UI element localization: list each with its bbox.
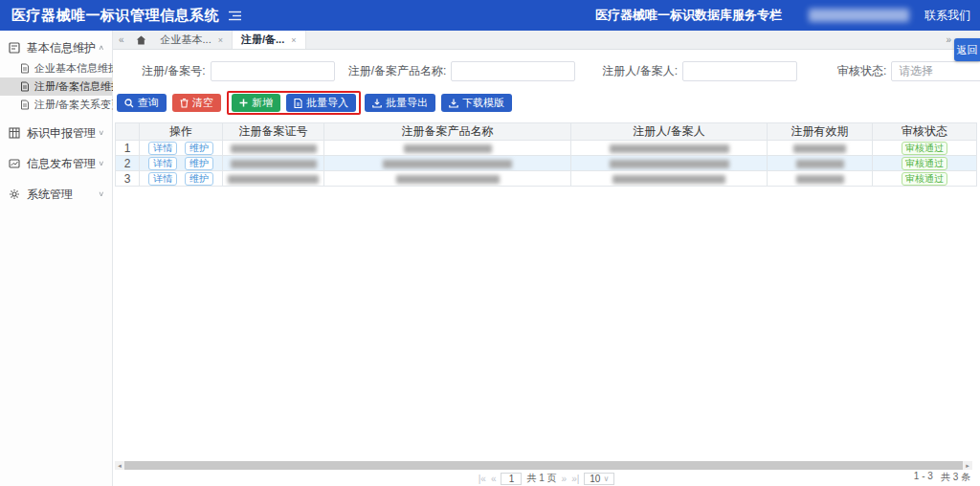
tab-registration[interactable]: 注册/备... × bbox=[233, 31, 306, 49]
tab-bar: « 企业基本... × 注册/备... × » bbox=[113, 31, 980, 50]
menu-fold-icon[interactable] bbox=[229, 11, 241, 21]
clear-button[interactable]: 清空 bbox=[172, 94, 221, 112]
download-template-button[interactable]: 下载模版 bbox=[441, 94, 512, 112]
record-range: 1 - 3 共 3 条 bbox=[914, 471, 970, 484]
audit-status-header: 审核状态 bbox=[873, 123, 977, 141]
query-button[interactable]: 查询 bbox=[117, 94, 167, 112]
home-icon[interactable] bbox=[130, 31, 152, 49]
redacted-cert-no bbox=[231, 144, 317, 153]
sidebar-item-label: 注册/备案信息维护 bbox=[34, 79, 122, 94]
index-header bbox=[116, 123, 140, 141]
table-row: 1 详情 维护 审核通过 bbox=[116, 141, 977, 156]
prev-page-icon[interactable]: « bbox=[491, 474, 497, 484]
grid-icon bbox=[9, 127, 20, 139]
download-icon bbox=[449, 99, 458, 108]
registrant-input[interactable] bbox=[682, 61, 797, 81]
scroll-left-icon[interactable]: ◂ bbox=[115, 461, 124, 470]
valid-period-header: 注册有效期 bbox=[768, 123, 873, 141]
sidebar-item-label: 标识申报管理 bbox=[27, 125, 96, 142]
close-icon[interactable]: × bbox=[218, 35, 223, 45]
file-import-icon bbox=[294, 99, 302, 108]
redacted-registrant bbox=[610, 144, 729, 153]
table-row: 2 详情 维护 审核通过 bbox=[116, 156, 977, 171]
sidebar: 基本信息维护 ∧ 企业基本信息维护 注册/备案信息维护 注册/备案关系变更 bbox=[0, 31, 113, 486]
scroll-right-icon[interactable]: ▸ bbox=[963, 461, 972, 470]
chart-icon bbox=[9, 158, 20, 169]
first-page-icon[interactable]: |« bbox=[479, 474, 486, 484]
status-badge: 审核通过 bbox=[902, 172, 947, 186]
search-icon bbox=[124, 99, 134, 108]
sidebar-item-system-admin[interactable]: 系统管理 ∨ bbox=[0, 183, 112, 206]
total-text: 共 3 条 bbox=[941, 471, 970, 484]
product-name-header: 注册备案产品名称 bbox=[324, 123, 571, 141]
form-icon bbox=[9, 42, 20, 54]
gears-icon bbox=[9, 188, 20, 200]
redacted-valid-period bbox=[793, 144, 846, 153]
results-table: 操作 注册备案证号 注册备案产品名称 注册人/备案人 注册有效期 审核状态 1 … bbox=[115, 122, 977, 187]
sidebar-item-company-info[interactable]: 企业基本信息维护 bbox=[0, 59, 112, 77]
field-reg-no: 注册/备案号: bbox=[142, 61, 335, 81]
redacted-product-name bbox=[383, 160, 512, 168]
field-registrant: 注册人/备案人: bbox=[602, 61, 797, 81]
reg-no-input[interactable] bbox=[211, 61, 335, 81]
op-header: 操作 bbox=[140, 123, 223, 141]
sidebar-item-registration-change[interactable]: 注册/备案关系变更 bbox=[0, 96, 112, 114]
last-page-icon[interactable]: »| bbox=[571, 474, 579, 484]
document-icon bbox=[20, 81, 30, 92]
top-bar: 医疗器械唯一标识管理信息系统 医疗器械唯一标识数据库服务专栏 联系我们 bbox=[0, 0, 980, 31]
detail-button[interactable]: 详情 bbox=[148, 142, 177, 155]
detail-button[interactable]: 详情 bbox=[148, 172, 177, 186]
plus-icon bbox=[239, 99, 248, 107]
sidebar-item-label: 企业基本信息维护 bbox=[34, 61, 119, 76]
registrant-label: 注册人/备案人: bbox=[602, 63, 678, 79]
maintain-button[interactable]: 维护 bbox=[185, 172, 213, 186]
tab-label: 企业基本... bbox=[161, 33, 212, 47]
chevron-down-icon: ∨ bbox=[98, 129, 104, 137]
tab-label: 注册/备... bbox=[241, 33, 284, 47]
tab-company-basic[interactable]: 企业基本... × bbox=[152, 31, 233, 49]
redacted-product-name bbox=[396, 175, 500, 184]
audit-status-select[interactable]: 请选择 ∨ bbox=[891, 61, 980, 81]
sidebar-item-info-publish[interactable]: 信息发布管理 ∨ bbox=[0, 152, 112, 175]
batch-import-button[interactable]: 批量导入 bbox=[286, 94, 356, 112]
horizontal-scrollbar[interactable]: ◂ ▸ bbox=[115, 461, 972, 470]
audit-status-label: 审核状态: bbox=[837, 63, 886, 79]
download-icon bbox=[372, 99, 382, 108]
detail-button[interactable]: 详情 bbox=[148, 157, 177, 170]
trash-icon bbox=[180, 99, 189, 108]
contact-us-link[interactable]: 联系我们 bbox=[924, 8, 970, 24]
back-button[interactable]: 返回 bbox=[954, 38, 980, 61]
maintain-button[interactable]: 维护 bbox=[185, 157, 213, 170]
chevron-up-icon: ∧ bbox=[98, 44, 104, 52]
chevron-down-icon: ∨ bbox=[603, 475, 609, 483]
redacted-valid-period bbox=[796, 160, 844, 168]
audit-status-value: 请选择 bbox=[899, 63, 933, 79]
sidebar-item-udi-declare[interactable]: 标识申报管理 ∨ bbox=[0, 122, 112, 144]
redacted-cert-no bbox=[231, 160, 317, 168]
maintain-button[interactable]: 维护 bbox=[185, 142, 213, 155]
table-header-row: 操作 注册备案证号 注册备案产品名称 注册人/备案人 注册有效期 审核状态 bbox=[116, 123, 977, 141]
page-content: 注册/备案号: 注册/备案产品名称: 注册人/备案人: 审核状态: 请选择 ∨ bbox=[113, 50, 980, 486]
registrant-header: 注册人/备案人 bbox=[571, 123, 768, 141]
user-info-redacted bbox=[809, 9, 909, 22]
range-text: 1 - 3 bbox=[914, 471, 933, 484]
page-size-select[interactable]: 10 ∨ bbox=[584, 473, 614, 485]
batch-export-button[interactable]: 批量导出 bbox=[365, 94, 435, 112]
sidebar-item-basic-info[interactable]: 基本信息维护 ∧ bbox=[0, 36, 112, 59]
product-name-label: 注册/备案产品名称: bbox=[348, 63, 447, 79]
product-name-input[interactable] bbox=[451, 61, 575, 81]
next-page-icon[interactable]: » bbox=[562, 474, 568, 484]
document-icon bbox=[20, 63, 30, 74]
cert-no-header: 注册备案证号 bbox=[223, 123, 324, 141]
row-index: 3 bbox=[116, 171, 140, 187]
highlight-box: 新增 批量导入 bbox=[227, 91, 361, 115]
redacted-product-name bbox=[404, 144, 492, 153]
tabs-scroll-left-icon[interactable]: « bbox=[113, 31, 130, 49]
close-icon[interactable]: × bbox=[291, 35, 296, 45]
add-button[interactable]: 新增 bbox=[232, 94, 280, 112]
app-title: 医疗器械唯一标识管理信息系统 bbox=[11, 7, 219, 25]
current-page-box[interactable]: 1 bbox=[501, 473, 522, 485]
scrollbar-thumb[interactable] bbox=[124, 461, 963, 470]
sidebar-item-registration-info[interactable]: 注册/备案信息维护 bbox=[0, 77, 112, 96]
chevron-down-icon: ∨ bbox=[98, 160, 104, 167]
